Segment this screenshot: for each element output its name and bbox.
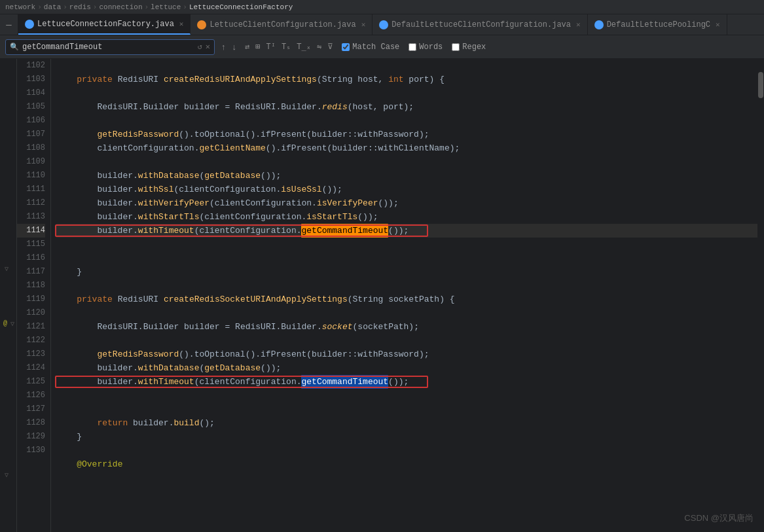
- code-line-1123: getRedisPassword().toOptional().ifPresen…: [56, 347, 757, 361]
- collapse-button[interactable]: —: [0, 14, 18, 35]
- line-num-1109: 1109: [17, 155, 45, 169]
- tab-default-lettuce-client[interactable]: DefaultLettuceClientConfiguration.java ✕: [373, 14, 587, 35]
- match-case-checkbox[interactable]: [342, 43, 350, 51]
- breadcrumb-network[interactable]: network: [5, 3, 35, 11]
- close-tab-2[interactable]: ✕: [361, 20, 366, 29]
- code-line-1130: [56, 444, 757, 457]
- tab-label-2: LettuceClientConfiguration.java: [209, 20, 355, 29]
- code-line-1108: clientConfiguration.getClientName().ifPr…: [56, 141, 757, 155]
- line-num-1129: 1129: [17, 430, 45, 444]
- code-line-1124: builder.withDatabase(getDatabase());: [56, 361, 757, 375]
- format-icon3[interactable]: T̲ₓ: [295, 41, 313, 53]
- filter-icon[interactable]: ⊞: [253, 41, 262, 53]
- watermark: CSDN @汉风唐尚: [684, 512, 754, 524]
- line-num-1126: 1126: [17, 389, 45, 402]
- line-num-1117: 1117: [17, 265, 45, 279]
- line-num-1121: 1121: [17, 320, 45, 334]
- code-line-1115: [56, 238, 757, 251]
- close-tab-1[interactable]: ✕: [179, 20, 184, 28]
- line-num-1125: 1125: [17, 375, 45, 389]
- code-line-1112: builder.withVerifyPeer(clientConfigurati…: [56, 196, 757, 210]
- code-line-1121: RedisURI.Builder builder = RedisURI.Buil…: [56, 320, 757, 334]
- search-options: Match Case Words Regex: [342, 43, 486, 52]
- tab-label-4: DefaultLettucePoolingC: [607, 20, 710, 29]
- breadcrumb-class[interactable]: LettuceConnectionFactory: [189, 3, 293, 11]
- code-line-1119: private RedisURI createRedisSocketURIAnd…: [56, 293, 757, 306]
- breadcrumb-data[interactable]: data: [44, 3, 61, 11]
- line-num-1112: 1112: [17, 196, 45, 210]
- search-input[interactable]: [22, 43, 194, 52]
- breadcrumb-lettuce[interactable]: lettuce: [151, 3, 181, 11]
- words-option[interactable]: Words: [409, 43, 443, 52]
- tab-label-3: DefaultLettuceClientConfiguration.java: [391, 20, 571, 29]
- line-num-1130: 1130: [17, 444, 45, 457]
- line-num-1110: 1110: [17, 169, 45, 183]
- words-checkbox[interactable]: [409, 43, 416, 51]
- line-num-1116: 1116: [17, 251, 45, 265]
- tab-icon-3: [379, 20, 388, 29]
- words-label: Words: [419, 43, 443, 52]
- line-num-1113: 1113: [17, 210, 45, 224]
- breadcrumb-connection[interactable]: connection: [99, 3, 142, 11]
- prev-match-button[interactable]: ↑: [219, 41, 228, 53]
- match-case-label: Match Case: [352, 43, 399, 52]
- line-num-1114: 1114: [17, 224, 45, 238]
- code-line-1129: }: [56, 430, 757, 444]
- code-line-1103: private RedisURI createRedisURIAndApplyS…: [56, 73, 757, 86]
- line-num-1108: 1108: [17, 141, 45, 155]
- regex-option[interactable]: Regex: [452, 43, 486, 52]
- code-line-1120: [56, 306, 757, 320]
- close-search-button[interactable]: ✕: [206, 42, 210, 52]
- close-tab-4[interactable]: ✕: [716, 20, 720, 29]
- tab-lettuce-client-config[interactable]: LettuceClientConfiguration.java ✕: [191, 14, 373, 35]
- code-line-1118: [56, 279, 757, 293]
- code-line-1107: getRedisPassword().toOptional().ifPresen…: [56, 128, 757, 141]
- code-line-1131: @Override: [56, 457, 757, 471]
- code-line-1109: [56, 155, 757, 169]
- line-num-1115: 1115: [17, 238, 45, 251]
- scrollbar-thumb[interactable]: [758, 72, 763, 98]
- line-num-1111: 1111: [17, 183, 45, 196]
- tab-lettuce-connection-factory[interactable]: LettuceConnectionFactory.java ✕: [18, 14, 191, 35]
- clear-search-button[interactable]: ↺: [198, 42, 202, 52]
- line-num-1102: 1102: [17, 59, 45, 73]
- line-num-1123: 1123: [17, 347, 45, 361]
- tab-icon-4: [594, 20, 604, 29]
- format-icon1[interactable]: Tᴵ: [264, 41, 277, 53]
- breadcrumb: network › data › redis › connection › le…: [0, 0, 764, 14]
- filter2-icon[interactable]: ⊽: [325, 41, 335, 53]
- code-line-1102: [56, 59, 757, 73]
- code-line-1106: [56, 114, 757, 128]
- code-line-1122: [56, 334, 757, 347]
- fold-icon-1129[interactable]: ▽: [5, 471, 9, 479]
- code-line-1117: }: [56, 265, 757, 279]
- line-num-1127: 1127: [17, 402, 45, 416]
- code-line-1128: return builder.build();: [56, 416, 757, 430]
- code-line-1126: [56, 389, 757, 402]
- next-match-button[interactable]: ↓: [230, 41, 240, 53]
- line-num-1119: 1119: [17, 293, 45, 306]
- regex-checkbox[interactable]: [452, 43, 460, 51]
- editor-area: ▽ @ ▽ ▽ 1102 1103 1104 1105 1106 1107 11…: [0, 59, 764, 532]
- match-case-option[interactable]: Match Case: [342, 43, 399, 52]
- format-icon2[interactable]: Tₛ: [280, 41, 293, 53]
- tab-default-lettuce-pooling[interactable]: DefaultLettucePoolingC ✕: [588, 14, 727, 35]
- code-content: private RedisURI createRedisURIAndApplyS…: [51, 59, 757, 532]
- search-input-wrap: 🔍 ↺ ✕: [5, 39, 215, 55]
- gutter-icons: ▽ @ ▽ ▽: [3, 59, 17, 532]
- close-tab-3[interactable]: ✕: [576, 20, 581, 29]
- fold-icon-1117[interactable]: ▽: [5, 265, 9, 273]
- search-bar: 🔍 ↺ ✕ ↑ ↓ ⇄ ⊞ Tᴵ Tₛ T̲ₓ ⇋ ⊽ Match Case W…: [0, 35, 764, 59]
- line-num-1124: 1124: [17, 361, 45, 375]
- fold-icon-1119[interactable]: ▽: [10, 320, 14, 328]
- scrollbar-track[interactable]: [757, 59, 764, 532]
- search-nav-buttons: ↑ ↓: [219, 41, 239, 53]
- line-num-1128: 1128: [17, 416, 45, 430]
- regex-label: Regex: [462, 43, 486, 52]
- breadcrumb-redis[interactable]: redis: [69, 3, 91, 11]
- line-num-1107: 1107: [17, 128, 45, 141]
- search-icon: 🔍: [10, 43, 19, 51]
- replace-icon[interactable]: ⇄: [243, 41, 251, 53]
- arrows-icon[interactable]: ⇋: [315, 41, 323, 53]
- code-line-1105: RedisURI.Builder builder = RedisURI.Buil…: [56, 100, 757, 114]
